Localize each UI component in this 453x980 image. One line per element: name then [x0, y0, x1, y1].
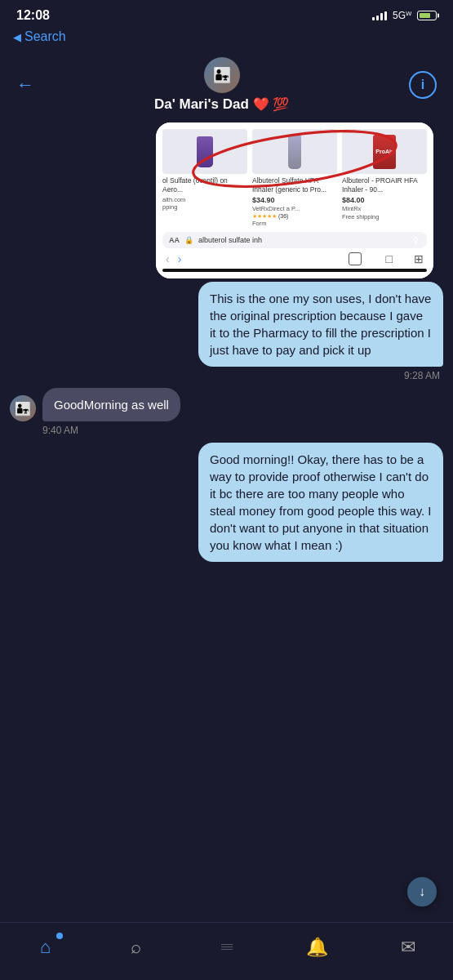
contact-name: Da' Mari's Dad ❤️ 💯 — [154, 96, 289, 113]
aa-label: AA — [169, 236, 180, 244]
right-bubble-wrapper-3: Good morning!! Okay, there has to be a w… — [198, 443, 443, 562]
chat-body: ol Sulfate (oventil) on Aero... alth.com… — [0, 122, 453, 858]
product-seller-1: alth.compping — [162, 196, 247, 211]
bookmark-icon: □ — [386, 252, 393, 265]
product-title-1: ol Sulfate (oventil) on Aero... — [162, 176, 247, 194]
message-row-2: 👨‍👧 GoodMorning as well — [10, 388, 443, 421]
info-button[interactable]: i — [409, 71, 437, 99]
bell-icon: 🔔 — [306, 937, 328, 958]
back-to-search[interactable]: ◀ Search — [13, 29, 66, 44]
chat-header: ← 👨‍👧 Da' Mari's Dad ❤️ 💯 i — [0, 51, 453, 122]
bubble-1: This is the one my son uses, I don't hav… — [198, 282, 443, 367]
product-seller-3: MintRx — [342, 205, 427, 212]
product-seller-2: VetRxDirect a P... — [252, 205, 337, 212]
product-stars-2: ★★★★★ (36) — [252, 213, 337, 220]
chevron-left-icon: ◀ — [13, 31, 21, 43]
product-title-3: Albuterol - PROAIR HFA Inhaler - 90... — [342, 176, 427, 194]
bubble-2: GoodMorning as well — [42, 388, 180, 421]
tab-bar: ⌂ ⌕ 𝄘 🔔 ✉ — [0, 922, 453, 980]
product-image-2 — [252, 129, 337, 174]
home-icon: ⌂ — [40, 937, 51, 958]
contact-avatar[interactable]: 👨‍👧 — [204, 57, 240, 93]
share-icon: ↑ — [349, 252, 362, 265]
bubble-3: Good morning!! Okay, there has to be a w… — [198, 443, 443, 562]
search-icon: ⌕ — [131, 937, 141, 958]
header-center: 👨‍👧 Da' Mari's Dad ❤️ 💯 — [34, 57, 409, 113]
tab-messages[interactable]: ✉ — [388, 931, 429, 964]
status-icons: 5Gᵂ — [372, 10, 437, 21]
screenshot-content: ol Sulfate (oventil) on Aero... alth.com… — [156, 122, 433, 278]
header-left: ← — [16, 74, 34, 96]
browser-url: albuterol sulfate inh — [198, 236, 406, 244]
compose-icon: 𝄘 — [221, 939, 233, 956]
signal-icon — [372, 11, 387, 20]
tab-notifications[interactable]: 🔔 — [297, 931, 338, 964]
product-image-3: ProAir — [342, 129, 427, 174]
tab-compose[interactable]: 𝄘 — [207, 931, 247, 964]
battery-icon — [417, 11, 437, 20]
mail-icon: ✉ — [401, 937, 415, 958]
header-right: i — [409, 71, 437, 99]
tabs-icon: ⊞ — [414, 252, 424, 265]
screenshot-message-wrapper: ol Sulfate (oventil) on Aero... alth.com… — [10, 122, 443, 280]
mic-icon: 🎙 — [411, 235, 420, 245]
product-title-2: Albuterol Sulfate HFA Inhaler (generic t… — [252, 176, 337, 194]
message-row-3: Good morning!! Okay, there has to be a w… — [10, 443, 443, 562]
timestamp-1: 9:28 AM — [10, 370, 443, 381]
product-form-2: Form — [252, 220, 337, 227]
product-price-3: $84.00 — [342, 196, 427, 204]
product-row-wrapper: ol Sulfate (oventil) on Aero... alth.com… — [162, 129, 427, 227]
product-image-1 — [162, 129, 247, 174]
browser-bar: AA 🔒 albuterol sulfate inh 🎙 — [162, 232, 427, 248]
scroll-down-button[interactable]: ↓ — [407, 877, 437, 906]
right-bubble-wrapper-1: This is the one my son uses, I don't hav… — [198, 282, 443, 367]
status-bar: 12:08 5Gᵂ — [0, 0, 453, 28]
avatar-image: 👨‍👧 — [204, 57, 240, 93]
network-label: 5Gᵂ — [393, 10, 411, 21]
screenshot-bubble[interactable]: ol Sulfate (oventil) on Aero... alth.com… — [156, 122, 433, 278]
home-badge — [56, 933, 63, 939]
browser-nav: ‹ › ↑ □ ⊞ — [162, 252, 427, 265]
status-time: 12:08 — [16, 8, 50, 23]
screenshot-bottom-bar — [162, 269, 427, 272]
product-row: ol Sulfate (oventil) on Aero... alth.com… — [162, 129, 427, 227]
tab-home[interactable]: ⌂ — [25, 931, 66, 964]
message-row-1: This is the one my son uses, I don't hav… — [10, 282, 443, 367]
product-item-1: ol Sulfate (oventil) on Aero... alth.com… — [162, 129, 247, 227]
product-shipping-3: Free shipping — [342, 213, 427, 220]
nav-bar: ◀ Search — [0, 28, 453, 51]
sender-avatar-2: 👨‍👧 — [10, 395, 36, 421]
product-item-3: ProAir Albuterol - PROAIR HFA Inhaler - … — [342, 129, 427, 227]
timestamp-2: 9:40 AM — [10, 425, 443, 436]
product-price-2: $34.90 — [252, 196, 337, 204]
lock-icon: 🔒 — [184, 236, 193, 244]
product-item-2: Albuterol Sulfate HFA Inhaler (generic t… — [252, 129, 337, 227]
tab-search[interactable]: ⌕ — [116, 931, 157, 964]
back-nav-icon: ‹ — [166, 252, 170, 265]
search-label: Search — [24, 29, 66, 44]
back-button[interactable]: ← — [16, 74, 34, 96]
forward-nav-icon: › — [178, 252, 182, 265]
